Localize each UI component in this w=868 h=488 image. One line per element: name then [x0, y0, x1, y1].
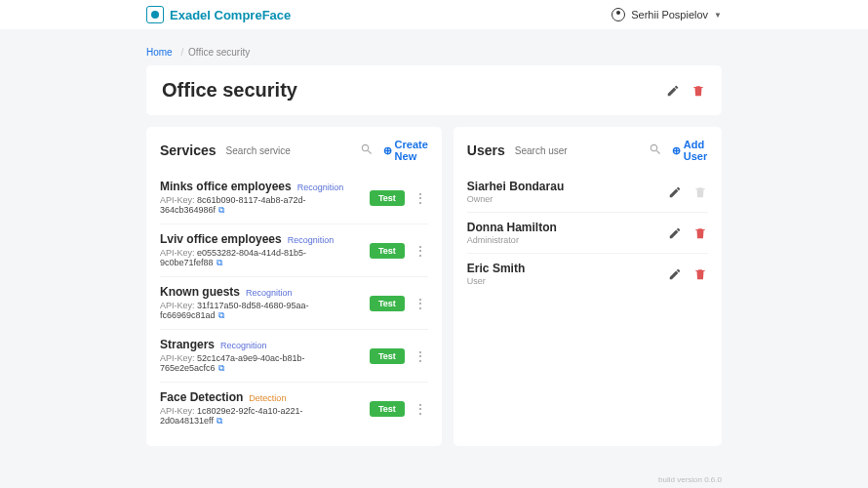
create-service-button[interactable]: ⊕ Create New [383, 139, 428, 162]
services-search-input[interactable] [226, 145, 350, 156]
search-icon[interactable] [360, 142, 374, 159]
service-name: Strangers [160, 338, 215, 351]
edit-user-button[interactable] [667, 266, 683, 282]
user-role: Administrator [467, 235, 657, 245]
delete-user-button[interactable] [692, 266, 708, 282]
service-name: Lviv office employees [160, 232, 282, 246]
user-avatar-icon [612, 8, 625, 21]
user-menu[interactable]: Serhii Pospielov ▼ [612, 8, 722, 21]
service-api-key: API-Key: 1c8029e2-92fc-4a10-a221-2d0a481… [160, 406, 362, 427]
add-user-button[interactable]: ⊕ Add User [672, 139, 708, 162]
brand-logo[interactable]: Exadel CompreFace [146, 6, 291, 23]
test-button[interactable]: Test [370, 296, 405, 311]
more-menu-icon[interactable]: ⋮ [413, 349, 428, 363]
user-name: Eric Smith [467, 262, 657, 275]
user-name: Siarhei Bondarau [467, 180, 657, 193]
service-row: Minks office employeesRecognition API-Ke… [160, 172, 428, 224]
test-button[interactable]: Test [370, 243, 405, 259]
breadcrumb-current: Office security [188, 47, 250, 58]
service-type: Detection [249, 393, 286, 403]
delete-app-button[interactable] [690, 83, 706, 99]
logo-icon [146, 6, 164, 23]
search-icon[interactable] [649, 142, 662, 159]
user-role: User [467, 276, 657, 286]
service-row: StrangersRecognition API-Key: 52c1c47a-a… [160, 330, 428, 383]
service-name: Face Detection [160, 390, 243, 404]
test-button[interactable]: Test [370, 348, 405, 364]
users-search-input[interactable] [515, 145, 639, 156]
breadcrumb: Home / Office security [146, 39, 722, 65]
test-button[interactable]: Test [370, 190, 405, 206]
service-type: Recognition [246, 288, 293, 298]
plus-circle-icon: ⊕ [383, 144, 392, 157]
user-name: Serhii Pospielov [631, 9, 708, 20]
copy-icon[interactable]: ⧉ [218, 310, 224, 320]
chevron-down-icon: ▼ [714, 11, 722, 20]
trash-icon [691, 84, 705, 98]
more-menu-icon[interactable]: ⋮ [413, 244, 428, 258]
plus-circle-icon: ⊕ [672, 144, 681, 157]
more-menu-icon[interactable]: ⋮ [413, 191, 428, 205]
service-type: Recognition [288, 235, 335, 245]
create-label: Create New [395, 139, 428, 162]
add-user-label: Add User [684, 139, 708, 162]
copy-icon[interactable]: ⧉ [218, 205, 224, 215]
user-name: Donna Hamilton [467, 221, 657, 234]
user-row: Siarhei Bondarau Owner [467, 172, 708, 213]
delete-user-button[interactable] [692, 225, 708, 241]
breadcrumb-home[interactable]: Home [146, 47, 173, 58]
user-role: Owner [467, 194, 657, 204]
service-row: Known guestsRecognition API-Key: 31f117a… [160, 277, 428, 330]
users-panel: Users ⊕ Add User Siarhei Bondarau Owner … [454, 127, 722, 446]
service-type: Recognition [297, 183, 344, 192]
service-name: Minks office employees [160, 180, 292, 193]
pencil-icon [666, 84, 680, 98]
users-heading: Users [467, 142, 505, 158]
user-row: Eric Smith User [467, 254, 708, 294]
edit-user-button[interactable] [667, 225, 683, 241]
user-row: Donna Hamilton Administrator [467, 213, 708, 254]
service-api-key: API-Key: 8c61b090-8117-4ab8-a72d-364cb36… [160, 195, 362, 216]
service-type: Recognition [220, 341, 267, 350]
service-api-key: API-Key: e0553282-804a-414d-81b5-9c0be71… [160, 248, 362, 268]
test-button[interactable]: Test [370, 401, 405, 417]
edit-user-button[interactable] [667, 184, 683, 200]
service-row: Lviv office employeesRecognition API-Key… [160, 224, 428, 277]
copy-icon[interactable]: ⧉ [217, 258, 222, 267]
copy-icon[interactable]: ⧉ [218, 363, 224, 373]
build-version: build version 0.6.0 [658, 475, 722, 484]
more-menu-icon[interactable]: ⋮ [413, 402, 428, 416]
service-name: Known guests [160, 285, 240, 299]
service-api-key: API-Key: 52c1c47a-a9e9-40ac-b81b-765e2e5… [160, 353, 362, 374]
service-api-key: API-Key: 31f117a50-8d58-4680-95aa-fc6696… [160, 301, 362, 321]
brand-text: Exadel CompreFace [170, 8, 291, 22]
page-title: Office security [162, 79, 297, 102]
services-heading: Services [160, 142, 217, 158]
breadcrumb-separator: / [180, 47, 183, 58]
service-row: Face DetectionDetection API-Key: 1c8029e… [160, 383, 428, 434]
more-menu-icon[interactable]: ⋮ [413, 297, 428, 310]
delete-user-button[interactable] [692, 184, 708, 200]
services-panel: Services ⊕ Create New Minks office emplo… [146, 127, 442, 446]
copy-icon[interactable]: ⧉ [217, 416, 222, 426]
edit-app-button[interactable] [665, 83, 681, 99]
